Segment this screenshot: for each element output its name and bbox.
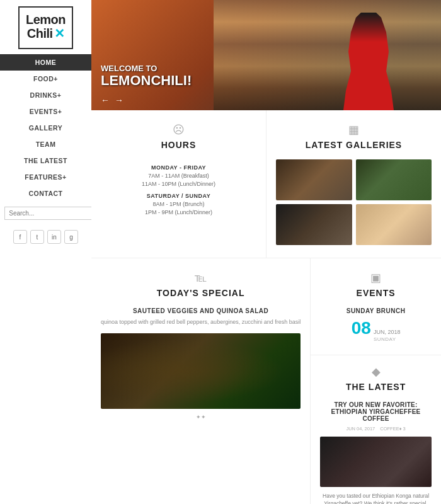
hero-next-arrow[interactable]: →: [115, 95, 123, 105]
latest-icon: ◆: [320, 365, 432, 379]
page-wrapper: Lemon Chili✕ HOME FOOD+ DRINKS+ EVENTS+ …: [0, 0, 441, 504]
nav-item-food[interactable]: FOOD+: [0, 71, 91, 87]
nav-item-drinks[interactable]: DRINKS+: [0, 87, 91, 103]
event-name: SUNDAY BRUNCH: [320, 307, 432, 314]
content-area: ☹ HOURS MONDAY - FRIDAY 7AM - 11AM (Brea…: [91, 110, 441, 504]
hero-figure: [334, 9, 403, 110]
logo-text: Lemon Chili✕: [26, 13, 66, 40]
twitter-icon[interactable]: t: [30, 230, 44, 244]
hero-background: [214, 0, 441, 110]
special-section: ℡ TODAY'S SPECIAL SAUTEED VEGGIES AND QU…: [91, 258, 311, 504]
special-dish-image: [101, 333, 301, 409]
gallery-icon: ▦: [276, 123, 432, 137]
clock-icon: ☹: [101, 123, 256, 137]
events-title: EVENTS: [320, 288, 432, 298]
gallery-thumb-4[interactable]: [356, 204, 432, 245]
gallery-grid: [276, 159, 432, 245]
hours-table: MONDAY - FRIDAY 7AM - 11AM (Breakfast) 1…: [101, 159, 256, 216]
fork-icon: ℡: [101, 271, 301, 285]
sidebar: Lemon Chili✕ HOME FOOD+ DRINKS+ EVENTS+ …: [0, 0, 91, 504]
googleplus-icon[interactable]: g: [64, 230, 78, 244]
event-day: 08: [352, 319, 371, 337]
nav-item-events[interactable]: EVENTS+: [0, 103, 91, 120]
post-date: JUN 04, 2017: [346, 426, 375, 432]
price-tag: ✦✦: [101, 414, 301, 420]
weekend-label: SATURDAY / SUNDAY: [101, 188, 256, 200]
main-content: WELCOME TO LEMONCHILI! ← → ☹ HOURS MONDA…: [91, 0, 441, 504]
event-date: 08 JUN, 2018 Sunday: [320, 319, 432, 342]
latest-post-desc: Have you tasted our Ethiopian Konga natu…: [320, 492, 432, 504]
search-input[interactable]: [4, 207, 93, 220]
nav-item-gallery[interactable]: GALLERY: [0, 120, 91, 136]
nav-item-contact[interactable]: CONTACT: [0, 185, 91, 202]
special-title: TODAY'S SPECIAL: [101, 288, 301, 298]
hero-text: WELCOME TO LEMONCHILI!: [101, 64, 192, 88]
latest-title: THE LATEST: [320, 382, 432, 392]
events-icon: ▣: [320, 271, 432, 285]
latest-post-image: [320, 437, 432, 487]
hero-prev-arrow[interactable]: ←: [101, 95, 110, 105]
special-dish-name: SAUTEED VEGGIES AND QUINOA SALAD: [101, 307, 301, 314]
row-hours-galleries: ☹ HOURS MONDAY - FRIDAY 7AM - 11AM (Brea…: [91, 110, 441, 258]
row-special-events: ℡ TODAY'S SPECIAL SAUTEED VEGGIES AND QU…: [91, 258, 441, 504]
right-col-events-latest: ▣ EVENTS SUNDAY BRUNCH 08 JUN, 2018 Sund…: [311, 258, 441, 504]
latest-section: ◆ THE LATEST TRY OUR NEW FAVORITE: ETHIO…: [311, 355, 441, 504]
events-section: ▣ EVENTS SUNDAY BRUNCH 08 JUN, 2018 Sund…: [311, 258, 441, 355]
latest-meta: JUN 04, 2017 COFFEE♦ 3: [320, 426, 432, 432]
post-comments: COFFEE♦ 3: [380, 426, 406, 432]
latest-post-title: TRY OUR NEW FAVORITE: ETHIOPIAN YIRGACHE…: [320, 401, 432, 422]
nav-item-features[interactable]: FEATURES+: [0, 169, 91, 185]
hours-title: HOURS: [101, 140, 256, 150]
nav-item-latest[interactable]: THE LATEST: [0, 152, 91, 169]
hero-nav-arrows: ← →: [101, 95, 123, 105]
event-month-year: JUN, 2018: [374, 329, 401, 336]
weekend-time-lunch: 1PM - 9PM (Lunch/Dinner): [101, 209, 256, 217]
event-weekday: Sunday: [374, 336, 401, 342]
weekday-time-lunch: 11AM - 10PM (Lunch/Dinner): [101, 180, 256, 188]
nav-item-home[interactable]: HOME: [0, 54, 91, 71]
weekday-label: MONDAY - FRIDAY: [101, 159, 256, 172]
galleries-section: ▦ LATEST GALLERIES: [266, 110, 441, 258]
facebook-icon[interactable]: f: [13, 230, 27, 244]
gallery-thumb-2[interactable]: [356, 159, 432, 200]
special-dish-desc: quinoa topped with grilled red bell pepp…: [101, 318, 301, 327]
gallery-thumb-3[interactable]: [276, 204, 352, 245]
hero-banner: WELCOME TO LEMONCHILI! ← →: [91, 0, 441, 110]
hero-welcome-text: WELCOME TO: [101, 64, 192, 73]
social-icons: f t in g: [13, 230, 78, 244]
nav-item-team[interactable]: TEAM: [0, 136, 91, 152]
hours-section: ☹ HOURS MONDAY - FRIDAY 7AM - 11AM (Brea…: [91, 110, 266, 258]
linkedin-icon[interactable]: in: [47, 230, 61, 244]
weekday-time-breakfast: 7AM - 11AM (Breakfast): [101, 172, 256, 180]
logo[interactable]: Lemon Chili✕: [18, 6, 73, 49]
gallery-thumb-1[interactable]: [276, 159, 352, 200]
galleries-title: LATEST GALLERIES: [276, 140, 432, 150]
nav-menu: HOME FOOD+ DRINKS+ EVENTS+ GALLERY TEAM …: [0, 54, 91, 202]
search-bar: 🔍: [4, 207, 87, 220]
hero-title: LEMONCHILI!: [101, 73, 192, 88]
hero-person: [343, 13, 394, 110]
weekend-time-brunch: 8AM - 1PM (Brunch): [101, 200, 256, 209]
